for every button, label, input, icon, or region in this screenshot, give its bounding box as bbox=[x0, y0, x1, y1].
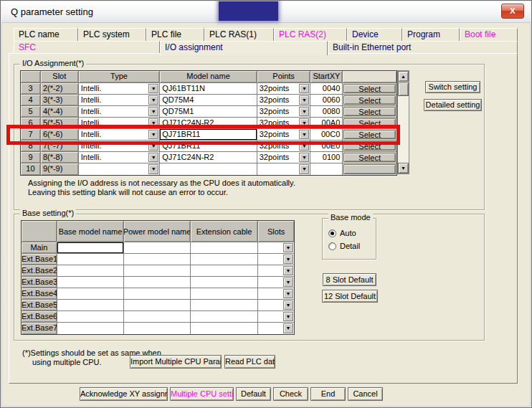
points-dropdown[interactable]: 32points▼ bbox=[257, 95, 311, 106]
dropdown-arrow-icon[interactable]: ▼ bbox=[299, 118, 309, 128]
extension-cable-cell[interactable] bbox=[191, 254, 259, 265]
slots-dropdown[interactable]: ▼ bbox=[258, 277, 294, 288]
extension-cable-cell[interactable] bbox=[191, 300, 259, 311]
points-dropdown[interactable]: 32points▼ bbox=[257, 106, 311, 118]
select-button[interactable]: Select bbox=[343, 141, 396, 151]
acknowledge-xy-button[interactable]: Acknowledge XY assignment bbox=[80, 387, 168, 401]
dropdown-arrow-icon[interactable]: ▼ bbox=[148, 130, 158, 139]
dropdown-arrow-icon[interactable]: ▼ bbox=[283, 323, 293, 333]
dropdown-arrow-icon[interactable]: ▼ bbox=[148, 141, 158, 151]
dropdown-arrow-icon[interactable]: ▼ bbox=[148, 164, 158, 174]
extension-cable-cell[interactable] bbox=[191, 265, 259, 277]
type-dropdown[interactable]: ▼ bbox=[79, 163, 161, 175]
dropdown-arrow-icon[interactable]: ▼ bbox=[148, 107, 158, 116]
dropdown-arrow-icon[interactable]: ▼ bbox=[283, 255, 293, 264]
scrollbar-thumb[interactable] bbox=[398, 82, 409, 96]
tab-sfc[interactable]: SFC bbox=[14, 41, 160, 54]
radio-button-icon[interactable] bbox=[328, 242, 336, 250]
type-dropdown[interactable]: Intelli.▼ bbox=[79, 118, 161, 129]
select-button[interactable]: Select bbox=[343, 107, 396, 116]
slots-dropdown[interactable]: ▼ bbox=[258, 311, 294, 323]
model-name-cell[interactable]: QJ71BR11 bbox=[160, 141, 257, 152]
startxy-cell[interactable]: 0040 bbox=[310, 83, 343, 95]
points-dropdown[interactable]: 32points▼ bbox=[257, 141, 311, 152]
base-model-cell[interactable] bbox=[57, 265, 125, 277]
type-dropdown[interactable]: Intelli.▼ bbox=[79, 152, 161, 163]
points-dropdown[interactable]: 32points▼ bbox=[257, 129, 311, 141]
startxy-cell[interactable]: 00C0 bbox=[310, 129, 343, 141]
model-name-cell[interactable]: QJ71C24N-R2 bbox=[160, 152, 257, 163]
slots-dropdown[interactable]: ▼ bbox=[258, 323, 294, 334]
model-name-cell[interactable]: QJ71C24N-R2 bbox=[160, 118, 257, 129]
model-name-cell[interactable]: QJ61BT11N bbox=[160, 83, 257, 95]
dropdown-arrow-icon[interactable]: ▼ bbox=[148, 118, 158, 128]
dropdown-arrow-icon[interactable]: ▼ bbox=[148, 84, 158, 93]
model-name-cell[interactable] bbox=[160, 163, 257, 175]
base-model-cell[interactable] bbox=[57, 323, 125, 334]
dropdown-arrow-icon[interactable]: ▼ bbox=[283, 289, 293, 298]
model-name-cell[interactable]: QD75M1 bbox=[160, 106, 257, 118]
type-dropdown[interactable]: Intelli.▼ bbox=[79, 95, 161, 106]
cancel-button[interactable]: Cancel bbox=[348, 387, 383, 401]
extension-cable-cell[interactable] bbox=[191, 277, 259, 288]
slots-dropdown[interactable]: ▼ bbox=[258, 254, 294, 265]
startxy-cell[interactable]: 0100 bbox=[310, 152, 343, 163]
tab-device[interactable]: Device bbox=[347, 28, 402, 41]
points-dropdown[interactable]: 32points▼ bbox=[257, 152, 311, 163]
select-button[interactable]: Select bbox=[343, 84, 396, 93]
dropdown-arrow-icon[interactable]: ▼ bbox=[299, 153, 309, 162]
extension-cable-cell[interactable] bbox=[191, 311, 259, 323]
base-model-cell-active[interactable] bbox=[57, 242, 125, 254]
dropdown-arrow-icon[interactable]: ▼ bbox=[283, 243, 293, 252]
power-model-cell[interactable] bbox=[124, 242, 191, 254]
end-button[interactable]: End bbox=[310, 387, 346, 401]
close-button[interactable]: X bbox=[501, 4, 524, 19]
title-bar[interactable]: Q parameter setting X bbox=[1, 1, 531, 23]
base-model-cell[interactable] bbox=[57, 288, 125, 300]
default-button[interactable]: Default bbox=[236, 387, 271, 401]
tab-plc-ras1[interactable]: PLC RAS(1) bbox=[204, 28, 274, 41]
type-dropdown[interactable]: Intelli.▼ bbox=[79, 106, 161, 118]
dropdown-arrow-icon[interactable]: ▼ bbox=[283, 312, 293, 321]
dropdown-arrow-icon[interactable]: ▼ bbox=[299, 107, 309, 116]
power-model-cell[interactable] bbox=[124, 265, 191, 277]
points-dropdown[interactable]: 32points▼ bbox=[257, 118, 311, 129]
tab-builtin-ethernet[interactable]: Built-in Ethernet port bbox=[328, 41, 518, 54]
points-dropdown[interactable]: 32points▼ bbox=[257, 83, 311, 95]
power-model-cell[interactable] bbox=[124, 277, 191, 288]
scroll-up-icon[interactable]: ▲ bbox=[398, 71, 409, 82]
startxy-cell[interactable]: 00A0 bbox=[310, 118, 343, 129]
select-button[interactable]: Select bbox=[343, 118, 396, 128]
extension-cable-cell[interactable] bbox=[191, 323, 259, 334]
base-model-cell[interactable] bbox=[57, 300, 125, 311]
dropdown-arrow-icon[interactable]: ▼ bbox=[283, 266, 293, 275]
type-dropdown[interactable]: Intelli.▼ bbox=[79, 141, 161, 152]
detailed-setting-button[interactable]: Detailed setting bbox=[424, 99, 482, 111]
extension-cable-cell[interactable] bbox=[191, 242, 259, 254]
startxy-cell[interactable]: 0080 bbox=[310, 106, 343, 118]
model-name-cell[interactable]: QD75M4 bbox=[160, 95, 257, 106]
startxy-cell[interactable] bbox=[310, 163, 343, 175]
read-plc-data-button[interactable]: Read PLC data bbox=[224, 355, 275, 369]
io-table-scrollbar[interactable]: ▲ ▼ bbox=[397, 70, 409, 174]
extension-cable-cell[interactable] bbox=[191, 288, 259, 300]
slots-dropdown[interactable]: ▼ bbox=[258, 300, 294, 311]
scroll-down-icon[interactable]: ▼ bbox=[398, 163, 409, 174]
dropdown-arrow-icon[interactable]: ▼ bbox=[299, 130, 309, 139]
select-button[interactable]: Select bbox=[343, 153, 396, 162]
import-multiple-cpu-button[interactable]: Import Multiple CPU Parameter bbox=[130, 355, 222, 369]
dropdown-arrow-icon[interactable]: ▼ bbox=[148, 95, 158, 105]
tab-boot-file[interactable]: Boot file bbox=[460, 28, 518, 41]
dropdown-arrow-icon[interactable]: ▼ bbox=[299, 164, 309, 174]
radio-button-icon[interactable] bbox=[328, 229, 336, 237]
power-model-cell[interactable] bbox=[124, 311, 191, 323]
base-model-cell[interactable] bbox=[57, 311, 125, 323]
tab-io-assignment[interactable]: I/O assignment bbox=[160, 41, 328, 55]
tab-plc-ras2[interactable]: PLC RAS(2) bbox=[274, 28, 347, 41]
radio-detail[interactable]: Detail bbox=[328, 242, 360, 250]
power-model-cell[interactable] bbox=[124, 323, 191, 334]
select-button[interactable]: Select bbox=[343, 130, 396, 139]
tab-program[interactable]: Program bbox=[402, 28, 460, 41]
dropdown-arrow-icon[interactable]: ▼ bbox=[148, 153, 158, 162]
power-model-cell[interactable] bbox=[124, 254, 191, 265]
